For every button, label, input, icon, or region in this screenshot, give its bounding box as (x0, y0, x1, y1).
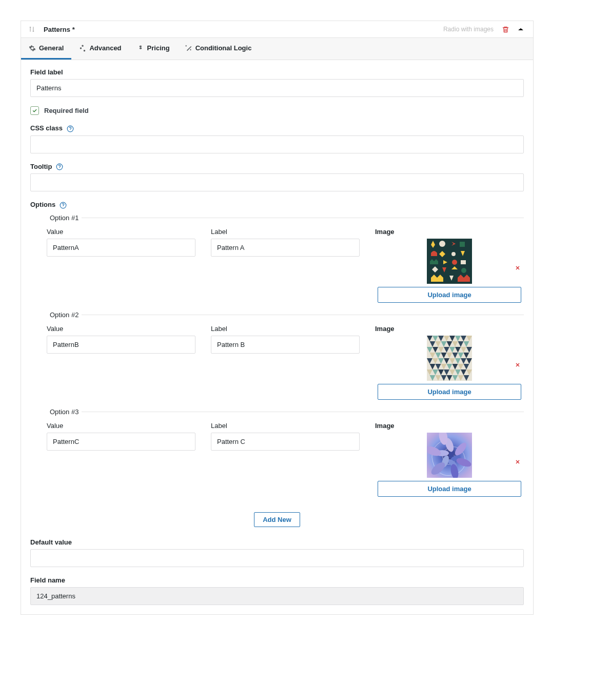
option-value-label: Value (47, 228, 195, 236)
svg-point-4 (439, 241, 445, 247)
option-label-label: Label (211, 422, 360, 430)
add-option-button[interactable]: Add New (254, 512, 300, 527)
dollar-icon (137, 45, 144, 52)
check-icon (32, 108, 37, 113)
panel-header: Patterns * Radio with images (21, 21, 533, 38)
field-settings-panel: Patterns * Radio with images General Adv… (21, 21, 534, 615)
svg-point-9 (461, 268, 466, 273)
option-value-label: Value (47, 422, 195, 430)
gear-icon (29, 45, 36, 52)
field-type-label: Radio with images (443, 26, 494, 33)
tab-label: General (39, 44, 64, 52)
help-icon[interactable] (65, 124, 74, 132)
magic-icon (185, 45, 192, 52)
option-1: Option #1 Value Label Image (47, 214, 524, 311)
field-title: Patterns * (38, 26, 443, 33)
option-image-thumb (427, 336, 472, 381)
field-name-input (30, 587, 524, 605)
option-label-input[interactable] (211, 336, 360, 354)
svg-point-7 (452, 260, 457, 265)
option-value-input[interactable] (47, 239, 195, 257)
close-icon (515, 265, 521, 271)
remove-option-button[interactable] (512, 455, 524, 470)
required-label: Required field (44, 107, 89, 114)
svg-rect-5 (460, 242, 465, 247)
collapse-toggle[interactable] (518, 27, 524, 32)
svg-point-6 (451, 252, 456, 256)
option-legend: Option #3 (47, 408, 82, 416)
required-checkbox[interactable] (30, 106, 39, 115)
options-label: Options (30, 201, 524, 209)
help-icon[interactable] (54, 163, 63, 170)
svg-rect-8 (461, 260, 466, 264)
tooltip-input[interactable] (30, 173, 524, 191)
tab-conditional[interactable]: Conditional Logic (178, 38, 260, 60)
tab-label: Advanced (89, 44, 121, 52)
css-class-input[interactable] (30, 135, 524, 153)
upload-image-button[interactable]: Upload image (378, 287, 521, 303)
css-class-label: CSS class (30, 124, 524, 132)
sliders-icon (79, 45, 86, 52)
delete-field-button[interactable] (502, 26, 509, 33)
field-label-input[interactable] (30, 79, 524, 97)
field-name-label: Field name (30, 576, 524, 584)
option-image-label: Image (375, 422, 395, 430)
panel-body: Field label Required field CSS class Too… (21, 60, 533, 614)
option-label-label: Label (211, 228, 360, 236)
option-value-input[interactable] (47, 433, 195, 451)
option-value-label: Value (47, 325, 195, 333)
tabs: General Advanced Pricing Conditional Log… (21, 38, 533, 60)
tab-label: Conditional Logic (195, 44, 252, 52)
option-label-input[interactable] (211, 433, 360, 451)
remove-option-button[interactable] (512, 358, 524, 373)
default-value-label: Default value (30, 538, 524, 546)
drag-handle-icon[interactable] (25, 25, 38, 33)
remove-option-button[interactable] (512, 261, 524, 276)
option-image-label: Image (375, 325, 395, 333)
tooltip-label: Tooltip (30, 163, 524, 171)
option-image-thumb (427, 433, 472, 478)
tab-advanced[interactable]: Advanced (71, 38, 129, 60)
option-legend: Option #2 (47, 311, 82, 319)
tab-pricing[interactable]: Pricing (129, 38, 178, 60)
option-legend: Option #1 (47, 214, 82, 222)
option-3: Option #3 Value Label Image (47, 408, 524, 505)
default-value-input[interactable] (30, 549, 524, 567)
upload-image-button[interactable]: Upload image (378, 384, 521, 400)
close-icon (515, 362, 521, 368)
option-value-input[interactable] (47, 336, 195, 354)
upload-image-button[interactable]: Upload image (378, 481, 521, 497)
option-label-label: Label (211, 325, 360, 333)
option-2: Option #2 Value Label Image (47, 311, 524, 408)
field-label-label: Field label (30, 68, 524, 76)
close-icon (515, 459, 521, 465)
option-label-input[interactable] (211, 239, 360, 257)
tab-label: Pricing (147, 44, 170, 52)
tab-general[interactable]: General (21, 38, 71, 60)
option-image-label: Image (375, 228, 395, 236)
help-icon[interactable] (57, 201, 67, 208)
option-image-thumb (427, 239, 472, 284)
